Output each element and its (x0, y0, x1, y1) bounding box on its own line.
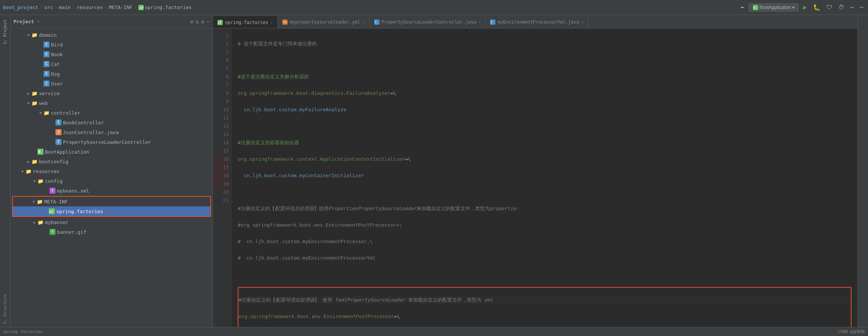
expand-meta-inf-icon: ▼ (31, 200, 37, 204)
profile-icon[interactable]: ⏱ (837, 3, 846, 12)
spring-factories-breadcrumb-icon: sf (138, 5, 144, 10)
run-icon[interactable]: ▶ (802, 3, 808, 12)
tree-item-banner-gif[interactable]: G banner.gif (10, 227, 213, 237)
tree-item-jsoncontroller[interactable]: J JsonController.java (10, 127, 213, 137)
gif-icon-banner: G (49, 229, 55, 235)
expand-domain-icon: ▼ (25, 33, 31, 37)
code-line-14: # cn.ljh.boot.custom.myEnvironmentProces… (238, 254, 852, 262)
breadcrumb: boot_project › src › main › resources › … (3, 4, 192, 10)
tree-item-cat[interactable]: C Cat (10, 59, 213, 69)
top-bar-right: ⬅ B BootApplication ▾ ▶ 🐛 🛡 ⏱ ⋯ ─ (739, 3, 865, 12)
svg-text:B: B (38, 150, 40, 154)
expand-resources-icon: ▼ (19, 169, 25, 173)
svg-text:B: B (754, 6, 756, 9)
boot-config-icon: B (753, 5, 758, 10)
breadcrumb-main[interactable]: main (59, 4, 70, 10)
tree-item-dog[interactable]: C Dog (10, 69, 213, 79)
tab-close-epyml[interactable]: ✕ (581, 20, 583, 24)
tab-myenvironmentprocessoryml[interactable]: C myEnvironmentProcessorYml.java ✕ (486, 16, 588, 28)
coverage-icon[interactable]: 🛡 (825, 3, 834, 12)
class-icon-dog: C (43, 71, 49, 77)
code-line-16: #注册自定义的【配置环境后处理器】 使用 YamlPropertySourceL… (238, 296, 851, 304)
tree-item-bird[interactable]: C Bird (10, 40, 213, 49)
tree-item-service[interactable]: ▶ 📁 service (10, 88, 213, 98)
tree-item-domain[interactable]: ▼ 📁 domain (10, 30, 213, 40)
code-line-8: org.springframework.context.ApplicationC… (238, 155, 852, 163)
svg-text:YML: YML (283, 21, 288, 24)
sync-icon[interactable]: ⊕ (190, 19, 193, 25)
tree-item-config[interactable]: ▼ 📁 config (10, 176, 213, 186)
expand-bootconfig-icon: ▶ (25, 160, 31, 164)
tab-mypropertysourceloader[interactable]: YML mypropertysourceloader.yml ✕ (278, 16, 370, 28)
breadcrumb-project[interactable]: boot_project (3, 4, 38, 10)
navigate-back-icon[interactable]: ⬅ (739, 3, 746, 12)
debug-icon[interactable]: 🐛 (811, 3, 822, 12)
spring-factories-tree-icon: sf (49, 208, 55, 214)
class-icon-cat: C (43, 61, 49, 67)
tree-item-controller[interactable]: ▼ 📁 controller (10, 108, 213, 118)
tree-item-book[interactable]: C Book (10, 49, 213, 59)
bottom-right-text: CSDN @金刚狼 (838, 329, 865, 335)
code-line-4: org.springframework.boot.diagnostics.Fai… (238, 89, 852, 97)
panel-dropdown-icon[interactable]: ▾ (37, 19, 40, 24)
java-icon-jsoncontroller: J (55, 129, 61, 135)
code-line-11: #注册自定义的【配置环境后处理器】使用PropertiesPropertySou… (238, 205, 852, 213)
breadcrumb-src[interactable]: src (44, 4, 53, 10)
class-icon-pslc: C (55, 139, 61, 145)
code-line-3: #这个是注册自定义失败分析器的 (238, 73, 852, 81)
left-side-tabs: 1: Project Z: Structure (0, 15, 10, 327)
structure-side-tab[interactable]: Z: Structure (1, 291, 9, 327)
editor-area: sf spring.factories ✕ YML mypropertysour… (213, 15, 858, 327)
tab-close-pslc[interactable]: ✕ (478, 20, 481, 24)
collapse-icon[interactable]: ⇅ (196, 19, 199, 25)
tree-item-meta-inf[interactable]: ▼ 📁 META-INF (13, 197, 210, 206)
expand-mybanner-icon: ▶ (31, 220, 37, 224)
tree-item-mybeans-xml[interactable]: X mybeans.xml (10, 186, 213, 196)
hide-icon[interactable]: ─ (207, 19, 210, 25)
tab-propertysourceloadercontroller[interactable]: C PropertySourceLoaderController.java ✕ (370, 16, 486, 28)
panel-header: Project ▾ ⊕ ⇅ ⚙ ─ (10, 15, 213, 28)
tab-spring-factories[interactable]: sf spring.factories ✕ (213, 16, 278, 28)
dropdown-arrow-icon: ▾ (792, 5, 795, 10)
tab-sf-icon: sf (217, 20, 223, 25)
bottom-left-text: spring factories (3, 329, 43, 334)
code-line-5: cn.ljh.boot.custom.myFailureAnalyze (238, 106, 852, 114)
right-side-tabs (858, 15, 868, 327)
tab-close-sf[interactable]: ✕ (271, 21, 273, 25)
tree-item-bootconfig[interactable]: ▶ 📁 bootconfig (10, 157, 213, 166)
expand-web-icon: ▼ (25, 101, 31, 105)
tree-item-bootapplication[interactable]: B BootApplication (10, 147, 213, 157)
code-line-9: cn.ljh.boot.custom.myContainerInitialize… (238, 172, 852, 180)
class-icon-user: C (43, 81, 49, 87)
code-line-17: org.springframework.boot.env.Environment… (238, 312, 851, 321)
code-content[interactable]: # 这个配置文件是专门用来做注册的 #这个是注册自定义失败分析器的 org.sp… (232, 28, 858, 327)
tree-item-spring-factories[interactable]: sf spring.factories (13, 206, 210, 216)
minimize-icon[interactable]: ─ (858, 3, 865, 12)
run-config-button[interactable]: B BootApplication ▾ (749, 3, 799, 12)
main-layout: 1: Project Z: Structure Project ▾ ⊕ ⇅ ⚙ … (0, 15, 868, 327)
class-icon-bird: C (43, 42, 49, 48)
tab-close-yml[interactable]: ✕ (362, 20, 364, 24)
settings-icon[interactable]: ⚙ (201, 19, 204, 25)
svg-text:C: C (375, 21, 377, 24)
tab-java2-icon: C (490, 19, 495, 25)
code-line-6 (238, 122, 852, 130)
more-actions-icon[interactable]: ⋯ (849, 3, 856, 12)
expand-service-icon: ▶ (25, 91, 31, 96)
code-line-13: # cn.ljh.boot.custom.myEnvironmentProces… (238, 237, 852, 246)
tree-item-propertysourceloadercontroller[interactable]: C PropertySourceLoaderController (10, 137, 213, 147)
tree-item-mybanner[interactable]: ▶ 📁 mybanner (10, 217, 213, 227)
tree-item-web[interactable]: ▼ 📁 web (10, 98, 213, 108)
boot-app-icon: B (37, 149, 43, 155)
breadcrumb-meta-inf[interactable]: META-INF (109, 4, 132, 10)
breadcrumb-spring-factories[interactable]: spring.factories (145, 4, 192, 10)
code-line-1: # 这个配置文件是专门用来做注册的 (238, 40, 852, 48)
project-side-tab[interactable]: 1: Project (1, 16, 9, 47)
breadcrumb-resources[interactable]: resources (76, 4, 103, 10)
meta-inf-highlight-box: ▼ 📁 META-INF sf spring.factories (12, 196, 211, 217)
svg-text:sf: sf (49, 210, 53, 214)
tree-item-bookcontroller[interactable]: C BookController (10, 118, 213, 127)
tree-item-user[interactable]: C User (10, 79, 213, 88)
tree-item-resources[interactable]: ▼ 📁 resources (10, 166, 213, 176)
line-numbers: 1 2 3 4 5 6 7 8 9 10 11 12 13 14 15 16 1… (213, 28, 232, 327)
